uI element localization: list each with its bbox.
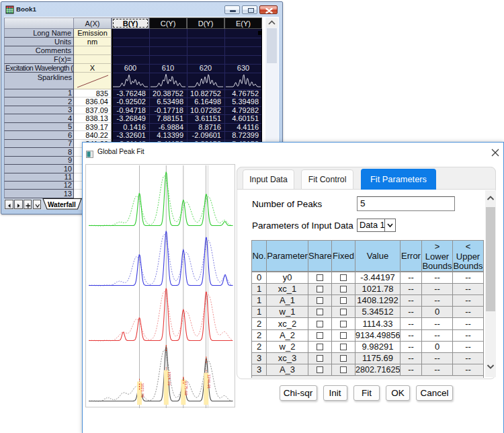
svg-text:1175.69: 1175.69 <box>184 381 188 395</box>
svg-text:1114.33: 1114.33 <box>167 371 171 385</box>
svg-text:1021.78: 1021.78 <box>140 383 144 397</box>
svg-text:Waterfall: Waterfall <box>48 201 76 208</box>
svg-text:1246.91: 1246.91 <box>207 374 211 389</box>
